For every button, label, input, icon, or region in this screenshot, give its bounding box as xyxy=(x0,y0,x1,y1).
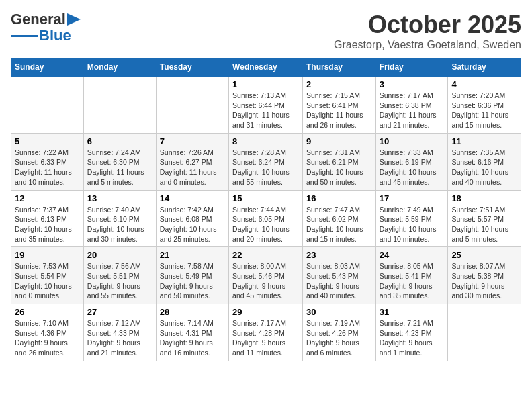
calendar-cell: 6Sunrise: 7:24 AM Sunset: 6:30 PM Daylig… xyxy=(83,133,156,190)
calendar-cell: 12Sunrise: 7:37 AM Sunset: 6:13 PM Dayli… xyxy=(11,190,84,247)
day-number: 28 xyxy=(160,307,225,317)
calendar-cell: 19Sunrise: 7:53 AM Sunset: 5:54 PM Dayli… xyxy=(11,247,84,304)
calendar-cell: 15Sunrise: 7:44 AM Sunset: 6:05 PM Dayli… xyxy=(229,190,303,247)
day-info: Sunrise: 7:22 AM Sunset: 6:33 PM Dayligh… xyxy=(15,148,80,187)
calendar-cell: 17Sunrise: 7:49 AM Sunset: 5:59 PM Dayli… xyxy=(375,190,448,247)
day-info: Sunrise: 7:12 AM Sunset: 4:33 PM Dayligh… xyxy=(87,318,152,358)
logo-text-general: General xyxy=(11,11,66,28)
day-number: 4 xyxy=(451,79,517,89)
calendar-title: October 2025 xyxy=(334,11,521,39)
week-row-4: 19Sunrise: 7:53 AM Sunset: 5:54 PM Dayli… xyxy=(11,247,521,304)
day-info: Sunrise: 7:28 AM Sunset: 6:24 PM Dayligh… xyxy=(232,148,299,187)
calendar-cell: 31Sunrise: 7:21 AM Sunset: 4:23 PM Dayli… xyxy=(375,304,448,361)
day-number: 1 xyxy=(232,79,299,89)
calendar-cell: 8Sunrise: 7:28 AM Sunset: 6:24 PM Daylig… xyxy=(229,133,303,190)
calendar-cell xyxy=(11,77,84,134)
day-info: Sunrise: 8:07 AM Sunset: 5:38 PM Dayligh… xyxy=(451,261,517,301)
calendar-cell: 10Sunrise: 7:33 AM Sunset: 6:19 PM Dayli… xyxy=(375,133,448,190)
calendar-cell: 27Sunrise: 7:12 AM Sunset: 4:33 PM Dayli… xyxy=(83,304,156,361)
week-row-5: 26Sunrise: 7:10 AM Sunset: 4:36 PM Dayli… xyxy=(11,304,521,361)
day-number: 17 xyxy=(380,193,445,203)
calendar-cell: 24Sunrise: 8:05 AM Sunset: 5:41 PM Dayli… xyxy=(375,247,448,304)
logo-text-blue: Blue xyxy=(39,27,71,44)
day-info: Sunrise: 7:56 AM Sunset: 5:51 PM Dayligh… xyxy=(87,261,152,301)
day-number: 24 xyxy=(380,250,445,260)
calendar-cell: 13Sunrise: 7:40 AM Sunset: 6:10 PM Dayli… xyxy=(83,190,156,247)
day-info: Sunrise: 7:49 AM Sunset: 5:59 PM Dayligh… xyxy=(380,205,445,244)
calendar-header-row: SundayMondayTuesdayWednesdayThursdayFrid… xyxy=(11,58,521,77)
day-number: 10 xyxy=(380,136,445,146)
day-number: 16 xyxy=(306,193,372,203)
calendar-cell: 7Sunrise: 7:26 AM Sunset: 6:27 PM Daylig… xyxy=(156,133,228,190)
title-block: October 2025 Graestorp, Vaestra Goetalan… xyxy=(334,11,521,51)
day-info: Sunrise: 7:19 AM Sunset: 4:26 PM Dayligh… xyxy=(306,318,372,358)
day-number: 23 xyxy=(306,250,372,260)
day-number: 30 xyxy=(306,307,372,317)
day-number: 26 xyxy=(15,307,80,317)
header-monday: Monday xyxy=(83,58,156,77)
calendar-cell xyxy=(83,77,156,134)
day-number: 19 xyxy=(15,250,80,260)
header-saturday: Saturday xyxy=(448,58,521,77)
calendar-cell: 5Sunrise: 7:22 AM Sunset: 6:33 PM Daylig… xyxy=(11,133,84,190)
day-number: 14 xyxy=(160,193,225,203)
header-tuesday: Tuesday xyxy=(156,58,228,77)
day-number: 29 xyxy=(232,307,299,317)
day-number: 2 xyxy=(306,79,372,89)
calendar-cell: 25Sunrise: 8:07 AM Sunset: 5:38 PM Dayli… xyxy=(448,247,521,304)
header-wednesday: Wednesday xyxy=(229,58,303,77)
week-row-1: 1Sunrise: 7:13 AM Sunset: 6:44 PM Daylig… xyxy=(11,77,521,134)
day-info: Sunrise: 7:15 AM Sunset: 6:41 PM Dayligh… xyxy=(306,91,372,130)
calendar-cell: 18Sunrise: 7:51 AM Sunset: 5:57 PM Dayli… xyxy=(448,190,521,247)
day-info: Sunrise: 7:24 AM Sunset: 6:30 PM Dayligh… xyxy=(87,148,152,187)
day-number: 8 xyxy=(232,136,299,146)
day-info: Sunrise: 7:20 AM Sunset: 6:36 PM Dayligh… xyxy=(451,91,517,130)
day-info: Sunrise: 7:35 AM Sunset: 6:16 PM Dayligh… xyxy=(451,148,517,187)
day-info: Sunrise: 7:40 AM Sunset: 6:10 PM Dayligh… xyxy=(87,205,152,244)
day-info: Sunrise: 7:17 AM Sunset: 4:28 PM Dayligh… xyxy=(232,318,299,358)
calendar-subtitle: Graestorp, Vaestra Goetaland, Sweden xyxy=(334,39,521,51)
calendar-cell: 3Sunrise: 7:17 AM Sunset: 6:38 PM Daylig… xyxy=(375,77,448,134)
calendar-table: SundayMondayTuesdayWednesdayThursdayFrid… xyxy=(11,58,521,361)
calendar-cell: 4Sunrise: 7:20 AM Sunset: 6:36 PM Daylig… xyxy=(448,77,521,134)
day-info: Sunrise: 8:03 AM Sunset: 5:43 PM Dayligh… xyxy=(306,261,372,301)
day-info: Sunrise: 7:51 AM Sunset: 5:57 PM Dayligh… xyxy=(451,205,517,244)
day-info: Sunrise: 7:21 AM Sunset: 4:23 PM Dayligh… xyxy=(380,318,445,358)
day-info: Sunrise: 7:26 AM Sunset: 6:27 PM Dayligh… xyxy=(160,148,225,187)
week-row-2: 5Sunrise: 7:22 AM Sunset: 6:33 PM Daylig… xyxy=(11,133,521,190)
day-number: 9 xyxy=(306,136,372,146)
calendar-cell: 21Sunrise: 7:58 AM Sunset: 5:49 PM Dayli… xyxy=(156,247,228,304)
day-info: Sunrise: 7:33 AM Sunset: 6:19 PM Dayligh… xyxy=(380,148,445,187)
calendar-cell: 9Sunrise: 7:31 AM Sunset: 6:21 PM Daylig… xyxy=(302,133,375,190)
day-info: Sunrise: 7:44 AM Sunset: 6:05 PM Dayligh… xyxy=(232,205,299,244)
day-number: 27 xyxy=(87,307,152,317)
day-number: 12 xyxy=(15,193,80,203)
day-number: 7 xyxy=(160,136,225,146)
day-number: 13 xyxy=(87,193,152,203)
calendar-body: 1Sunrise: 7:13 AM Sunset: 6:44 PM Daylig… xyxy=(11,77,521,361)
day-number: 31 xyxy=(380,307,445,317)
day-info: Sunrise: 7:31 AM Sunset: 6:21 PM Dayligh… xyxy=(306,148,372,187)
day-info: Sunrise: 8:05 AM Sunset: 5:41 PM Dayligh… xyxy=(380,261,445,301)
page-header: General Blue October 2025 Graestorp, Vae… xyxy=(11,11,521,51)
calendar-cell: 28Sunrise: 7:14 AM Sunset: 4:31 PM Dayli… xyxy=(156,304,228,361)
logo: General Blue xyxy=(11,11,81,44)
header-sunday: Sunday xyxy=(11,58,84,77)
day-info: Sunrise: 7:47 AM Sunset: 6:02 PM Dayligh… xyxy=(306,205,372,244)
day-number: 15 xyxy=(232,193,299,203)
calendar-cell: 29Sunrise: 7:17 AM Sunset: 4:28 PM Dayli… xyxy=(229,304,303,361)
calendar-cell xyxy=(448,304,521,361)
day-info: Sunrise: 8:00 AM Sunset: 5:46 PM Dayligh… xyxy=(232,261,299,301)
day-number: 5 xyxy=(15,136,80,146)
header-friday: Friday xyxy=(375,58,448,77)
calendar-cell xyxy=(156,77,228,134)
header-thursday: Thursday xyxy=(302,58,375,77)
svg-marker-0 xyxy=(67,13,81,26)
calendar-cell: 30Sunrise: 7:19 AM Sunset: 4:26 PM Dayli… xyxy=(302,304,375,361)
calendar-cell: 1Sunrise: 7:13 AM Sunset: 6:44 PM Daylig… xyxy=(229,77,303,134)
day-info: Sunrise: 7:14 AM Sunset: 4:31 PM Dayligh… xyxy=(160,318,225,358)
day-number: 20 xyxy=(87,250,152,260)
day-info: Sunrise: 7:37 AM Sunset: 6:13 PM Dayligh… xyxy=(15,205,80,244)
calendar-cell: 11Sunrise: 7:35 AM Sunset: 6:16 PM Dayli… xyxy=(448,133,521,190)
day-info: Sunrise: 7:17 AM Sunset: 6:38 PM Dayligh… xyxy=(380,91,445,130)
